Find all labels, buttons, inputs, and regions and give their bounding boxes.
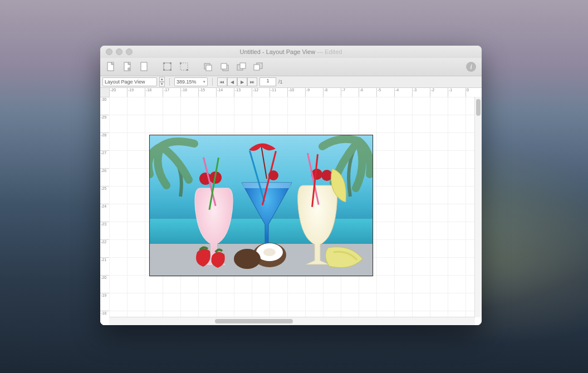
vertical-scrollbar[interactable]: [474, 97, 482, 317]
desktop-wallpaper: Untitled - Layout Page View — Edited i: [0, 0, 588, 373]
window-titlebar[interactable]: Untitled - Layout Page View — Edited: [100, 46, 482, 58]
svg-rect-3: [141, 62, 147, 71]
svg-rect-11: [187, 69, 188, 71]
ruler-tick: -9: [305, 88, 310, 97]
last-page-button[interactable]: ⏭: [247, 77, 257, 86]
view-mode-select[interactable]: Layout Page View: [102, 77, 157, 86]
app-window: Untitled - Layout Page View — Edited i: [100, 46, 482, 325]
new-doc-button[interactable]: [105, 61, 117, 73]
canvas[interactable]: [109, 97, 475, 317]
ruler-tick: -2: [430, 88, 434, 97]
svg-point-38: [234, 249, 261, 269]
new-doc-alt-button[interactable]: [121, 61, 134, 73]
ruler-tick: -1: [448, 88, 452, 97]
placed-image[interactable]: [149, 135, 373, 276]
ruler-tick: -20: [100, 275, 109, 280]
title-main: Untitled - Layout Page View: [240, 48, 316, 55]
vertical-scroll-thumb[interactable]: [476, 99, 481, 116]
page-nav: ⏮ ◀ ▶ ⏭: [217, 77, 257, 86]
svg-rect-17: [240, 63, 246, 68]
ruler-tick: -20: [109, 88, 116, 97]
ruler-tick: -25: [100, 186, 109, 191]
secondary-toolbar: Layout Page View ▴▾ 389.15%▾ ⏮ ◀ ▶ ⏭ 1 /…: [100, 76, 482, 88]
ruler-tick: -6: [359, 88, 363, 97]
ruler-tick: -12: [252, 88, 258, 97]
page-number-field[interactable]: 1: [259, 77, 276, 86]
zoom-field[interactable]: 389.15%▾: [174, 77, 208, 86]
layer-2-button[interactable]: [218, 61, 231, 73]
ruler-tick: -18: [145, 88, 151, 97]
group-button[interactable]: [161, 61, 174, 73]
layer-4-button[interactable]: [252, 61, 264, 73]
ruler-tick: -29: [100, 115, 109, 120]
ruler-tick: -5: [376, 88, 381, 97]
horizontal-scrollbar[interactable]: [109, 317, 475, 325]
svg-rect-7: [163, 69, 165, 71]
first-page-button[interactable]: ⏮: [217, 77, 227, 86]
ungroup-button[interactable]: [178, 61, 190, 73]
info-icon: i: [470, 62, 472, 71]
svg-rect-6: [170, 62, 171, 64]
svg-point-37: [263, 248, 276, 256]
ruler-tick: -26: [100, 168, 109, 173]
window-title: Untitled - Layout Page View — Edited: [100, 48, 482, 55]
svg-point-2: [128, 67, 131, 71]
svg-rect-19: [254, 65, 259, 70]
zoom-button[interactable]: [126, 48, 133, 55]
ruler-tick: -21: [100, 257, 109, 262]
ruler-tick: -11: [270, 88, 276, 97]
svg-rect-15: [221, 63, 227, 69]
ruler-tick: -28: [100, 132, 109, 138]
horizontal-ruler[interactable]: -20-19-18-17-16-15-14-13-12-11-10-9-8-7-…: [109, 88, 482, 97]
horizontal-scroll-thumb[interactable]: [215, 319, 293, 323]
svg-rect-5: [163, 62, 165, 64]
ruler-tick: -8: [323, 88, 327, 97]
layer-3-button[interactable]: [235, 61, 247, 73]
svg-rect-21: [150, 219, 373, 247]
svg-point-30: [268, 170, 278, 180]
main-toolbar: i: [100, 58, 482, 76]
ruler-tick: -15: [198, 88, 205, 97]
svg-rect-13: [206, 65, 212, 71]
work-area: -30-29-28-27-26-25-24-23-22-21-20-19-18: [100, 97, 482, 325]
ruler-corner: [100, 88, 110, 97]
svg-rect-10: [180, 62, 182, 64]
ruler-tick: -19: [100, 293, 109, 298]
svg-rect-8: [170, 69, 171, 71]
close-button[interactable]: [106, 48, 112, 55]
ruler-tick: -17: [163, 88, 169, 97]
layer-1-button[interactable]: [202, 61, 214, 73]
info-button[interactable]: i: [466, 62, 476, 72]
vertical-ruler[interactable]: -30-29-28-27-26-25-24-23-22-21-20-19-18: [100, 97, 110, 325]
page-button[interactable]: [138, 61, 150, 73]
prev-page-button[interactable]: ◀: [227, 77, 237, 86]
ruler-tick: -22: [100, 239, 109, 244]
ruler-tick: -23: [100, 222, 109, 227]
title-suffix: — Edited: [315, 48, 342, 55]
ruler-tick: -30: [100, 97, 109, 102]
ruler-tick: -4: [394, 88, 399, 97]
window-controls: [106, 48, 133, 55]
ruler-tick: 0: [465, 88, 469, 97]
ruler-tick: -14: [216, 88, 223, 97]
minimize-button[interactable]: [116, 48, 122, 55]
ruler-tick: -19: [127, 88, 134, 97]
ruler-tick: -3: [412, 88, 416, 97]
ruler-tick: -16: [180, 88, 187, 97]
ruler-tick: -7: [341, 88, 345, 97]
view-mode-label: Layout Page View: [105, 79, 145, 85]
next-page-button[interactable]: ▶: [237, 77, 247, 86]
ruler-tick: -24: [100, 204, 109, 209]
page-total-label: /1: [278, 79, 283, 85]
ruler-tick: -18: [100, 311, 109, 316]
ruler-tick: -13: [234, 88, 241, 97]
zoom-value: 389.15%: [177, 79, 197, 85]
view-stepper[interactable]: ▴▾: [159, 77, 165, 87]
ruler-tick: -27: [100, 150, 109, 155]
ruler-tick: -10: [287, 88, 294, 97]
